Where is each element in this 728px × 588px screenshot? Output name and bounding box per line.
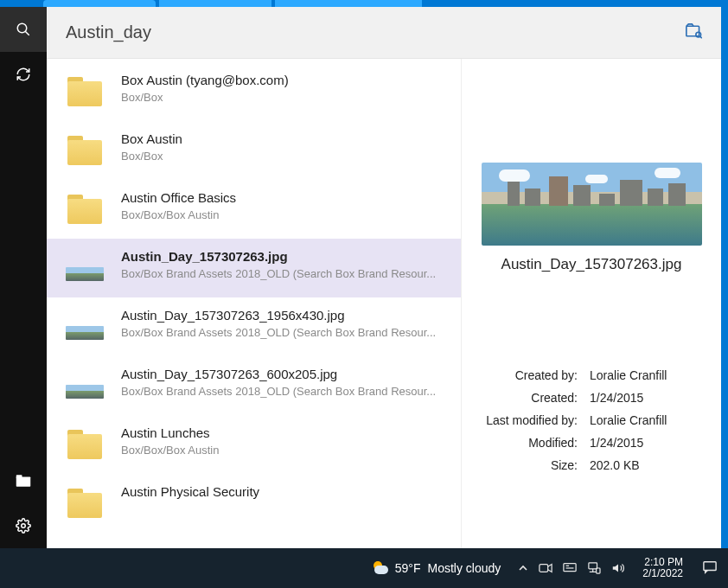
result-title: Austin Office Basics	[121, 190, 449, 205]
sidebar-sync-button[interactable]	[0, 52, 47, 97]
meta-label-modified: Modified:	[477, 436, 590, 450]
notification-icon	[702, 560, 718, 574]
svg-rect-2	[16, 477, 31, 487]
svg-line-7	[700, 36, 702, 38]
svg-point-4	[22, 524, 26, 528]
meta-value-size: 202.0 KB	[590, 458, 706, 472]
folder-search-icon	[685, 23, 702, 39]
svg-rect-12	[589, 563, 597, 569]
result-row[interactable]: Box AustinBox/Box	[47, 121, 461, 180]
meta-value-created: 1/24/2015	[590, 391, 706, 405]
svg-point-0	[17, 23, 27, 33]
weather-temp: 59°F	[395, 561, 421, 575]
result-path: Box/Box Brand Assets 2018_OLD (Search Bo…	[121, 267, 449, 280]
volume-icon	[611, 562, 625, 574]
meta-value-created-by: Loralie Cranfill	[590, 368, 706, 382]
result-title: Austin_Day_157307263.jpg	[121, 249, 449, 264]
meta-value-last-modified-by: Loralie Cranfill	[590, 413, 706, 427]
weather-icon	[371, 559, 388, 577]
folder-icon	[66, 484, 104, 522]
sidebar-files-button[interactable]	[0, 458, 47, 503]
taskbar-clock[interactable]: 2:10 PM 2/1/2022	[634, 557, 692, 579]
sidebar-search-button[interactable]	[0, 7, 47, 52]
titlebar-tabs	[0, 0, 728, 7]
svg-rect-5	[686, 26, 699, 35]
result-title: Austin_Day_157307263_1956x430.jpg	[121, 308, 449, 323]
svg-rect-16	[704, 561, 716, 570]
taskbar-weather[interactable]: 59°F Mostly cloudy	[362, 559, 510, 577]
preview-filename: Austin_Day_157307263.jpg	[482, 256, 702, 273]
svg-line-1	[25, 31, 29, 35]
taskbar: 59°F Mostly cloudy 2:10 PM 2/1/2022	[0, 548, 728, 588]
main-panel: Box Austin (tyang@box.com)Box/BoxBox Aus…	[47, 7, 721, 548]
meta-label-created: Created:	[477, 391, 590, 405]
folder-icon	[16, 474, 31, 488]
preview-metadata: Created by: Loralie Cranfill Created: 1/…	[477, 368, 706, 472]
result-title: Austin Physical Security	[121, 484, 449, 499]
input-icon	[563, 562, 577, 574]
svg-rect-8	[540, 565, 548, 572]
folder-icon	[66, 425, 104, 463]
result-title: Austin_Day_157307263_600x205.jpg	[121, 367, 449, 381]
meet-now-icon	[539, 562, 552, 574]
search-icon	[16, 22, 31, 37]
svg-rect-9	[564, 564, 576, 572]
meta-label-last-modified-by: Last modified by:	[477, 413, 590, 427]
folder-icon	[66, 73, 104, 111]
app-window: Box Austin (tyang@box.com)Box/BoxBox Aus…	[0, 7, 721, 548]
image-thumbnail	[66, 308, 104, 346]
system-tray[interactable]	[509, 562, 634, 574]
search-refine-button[interactable]	[685, 23, 702, 42]
result-row[interactable]: Austin_Day_157307263_1956x430.jpgBox/Box…	[47, 297, 461, 356]
svg-rect-3	[16, 475, 22, 478]
result-row[interactable]: Austin LunchesBox/Box/Box Austin	[47, 415, 461, 474]
gear-icon	[16, 518, 31, 534]
image-thumbnail	[66, 367, 104, 405]
result-path: Box/Box Brand Assets 2018_OLD (Search Bo…	[121, 385, 449, 398]
result-row[interactable]: Box Austin (tyang@box.com)Box/Box	[47, 62, 461, 121]
meta-label-created-by: Created by:	[477, 368, 590, 382]
result-path: Box/Box/Box Austin	[121, 208, 449, 221]
result-path: Box/Box Brand Assets 2018_OLD (Search Bo…	[121, 326, 449, 339]
result-path: Box/Box	[121, 150, 449, 163]
preview-image	[482, 163, 702, 246]
notifications-button[interactable]	[692, 560, 728, 577]
meta-label-size: Size:	[477, 458, 590, 472]
meta-value-modified: 1/24/2015	[590, 436, 706, 450]
chevron-up-icon	[518, 563, 528, 573]
sidebar-settings-button[interactable]	[0, 503, 47, 548]
folder-icon	[66, 190, 104, 228]
results-list[interactable]: Box Austin (tyang@box.com)Box/BoxBox Aus…	[47, 59, 462, 548]
result-row[interactable]: Austin Physical Security	[47, 474, 461, 533]
result-row[interactable]: Austin_Day_157307263_600x205.jpgBox/Box …	[47, 356, 461, 415]
weather-text: Mostly cloudy	[427, 561, 501, 575]
image-thumbnail	[66, 249, 104, 287]
result-path: Box/Box	[121, 91, 449, 104]
result-row[interactable]: Austin Office BasicsBox/Box/Box Austin	[47, 180, 461, 239]
preview-panel: Austin_Day_157307263.jpg Created by: Lor…	[462, 59, 721, 548]
result-title: Austin Lunches	[121, 425, 449, 440]
folder-icon	[66, 131, 104, 169]
sidebar	[0, 7, 47, 548]
result-title: Box Austin	[121, 131, 449, 146]
network-icon	[587, 562, 601, 574]
result-title: Box Austin (tyang@box.com)	[121, 73, 449, 87]
search-bar	[47, 7, 721, 59]
result-row[interactable]: Austin_Day_157307263.jpgBox/Box Brand As…	[47, 239, 461, 297]
sync-icon	[16, 67, 31, 82]
result-path: Box/Box/Box Austin	[121, 444, 449, 457]
search-input[interactable]	[66, 22, 685, 42]
clock-date: 2/1/2022	[642, 568, 683, 579]
